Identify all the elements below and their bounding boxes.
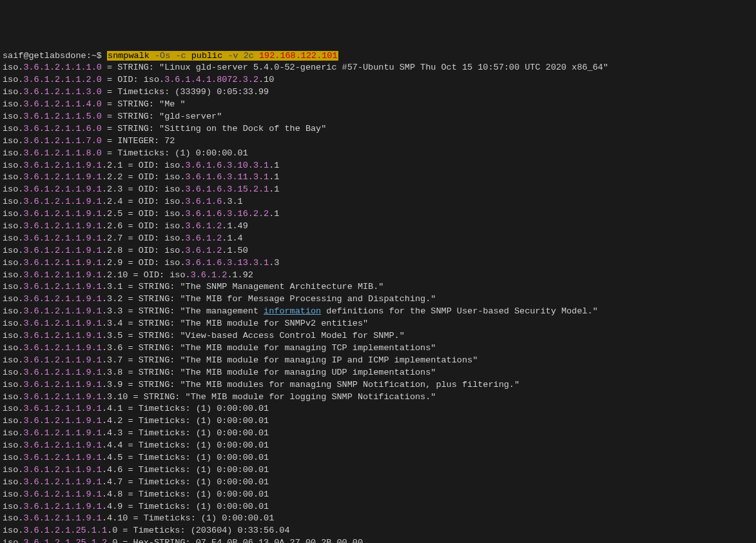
oid-segment: 3.6.1.4.1.8072.3.2 bbox=[164, 75, 258, 84]
output-line: iso.3.6.1.2.1.25.1.1.0 = Timeticks: (203… bbox=[3, 525, 753, 537]
output-line: iso.3.6.1.2.1.1.9.1.3.4 = STRING: "The M… bbox=[3, 318, 753, 330]
output-line: iso.3.6.1.2.1.1.9.1.4.9 = Timeticks: (1)… bbox=[3, 501, 753, 513]
output-line: iso.3.6.1.2.1.1.9.1.2.1 = OID: iso.3.6.1… bbox=[3, 160, 753, 172]
oid-segment: 3.6.1.2.1.1.4.0 bbox=[23, 99, 102, 109]
prompt-host: getlabsdone bbox=[29, 51, 86, 61]
oid-segment: 3.6.1.6.3.13.3.1 bbox=[186, 258, 269, 268]
output-line: iso.3.6.1.2.1.1.2.0 = OID: iso.3.6.1.4.1… bbox=[3, 74, 753, 86]
output-line: iso.3.6.1.2.1.1.9.1.2.9 = OID: iso.3.6.1… bbox=[3, 257, 753, 270]
oid-segment: 3.6.1.6.3.11.3.1 bbox=[186, 172, 269, 182]
command-community: public bbox=[191, 51, 223, 61]
output-line: iso.3.6.1.2.1.1.9.1.4.8 = Timeticks: (1)… bbox=[3, 489, 753, 501]
oid-segment: 3.6.1.2.1.1.9.1 bbox=[23, 477, 102, 487]
oid-segment: 3.6.1.2.1.1.9.1 bbox=[23, 465, 102, 475]
oid-segment: 3.6.1.2 bbox=[191, 270, 228, 280]
oid-segment: 3.6.1.2.1.25.1.1 bbox=[23, 526, 107, 535]
output-line: iso.3.6.1.2.1.1.9.1.2.7 = OID: iso.3.6.1… bbox=[3, 233, 753, 245]
output-line: iso.3.6.1.2.1.1.9.1.4.4 = Timeticks: (1)… bbox=[3, 440, 753, 452]
prompt-path: ~ bbox=[92, 51, 97, 61]
output-line: iso.3.6.1.2.1.1.9.1.4.2 = Timeticks: (1)… bbox=[3, 415, 753, 428]
oid-segment: 3.6.1.2.1.1.9.1 bbox=[23, 246, 102, 255]
oid-segment: 3.6.1.2.1.1.1.0 bbox=[23, 63, 102, 72]
oid-segment: 3.6.1.6.3.10.3.1 bbox=[186, 161, 269, 170]
oid-segment: 3.6.1.2.1.1.9.1 bbox=[23, 209, 102, 219]
oid-segment: 3.6.1.2.1.25.1.2 bbox=[23, 538, 107, 543]
output-line: iso.3.6.1.2.1.1.9.1.3.10 = STRING: "The … bbox=[3, 391, 753, 404]
oid-segment: 3.6.1.2.1.1.6.0 bbox=[23, 124, 102, 133]
oid-segment: 3.6.1.2.1.1.9.1 bbox=[23, 172, 102, 182]
output-line: iso.3.6.1.2.1.1.9.1.3.6 = STRING: "The M… bbox=[3, 342, 753, 355]
output-line: iso.3.6.1.2.1.1.9.1.2.2 = OID: iso.3.6.1… bbox=[3, 172, 753, 184]
prompt-line[interactable]: saif@getlabsdone:~$ snmpwalk -Os -c publ… bbox=[3, 50, 753, 63]
oid-segment: 3.6.1.2.1.1.9.1 bbox=[23, 197, 102, 206]
oid-segment: 3.6.1.2.1.1.7.0 bbox=[23, 136, 102, 146]
output-line: iso.3.6.1.2.1.1.1.0 = STRING: "Linux gld… bbox=[3, 62, 753, 74]
output-line: iso.3.6.1.2.1.25.1.2.0 = Hex-STRING: 07 … bbox=[3, 537, 753, 543]
oid-segment: 3.6.1.2.1.1.9.1 bbox=[23, 502, 102, 511]
output-line: iso.3.6.1.2.1.1.8.0 = Timeticks: (1) 0:0… bbox=[3, 148, 753, 160]
output-line: iso.3.6.1.2.1.1.7.0 = INTEGER: 72 bbox=[3, 135, 753, 148]
output-line: iso.3.6.1.2.1.1.9.1.2.5 = OID: iso.3.6.1… bbox=[3, 208, 753, 221]
output-line: iso.3.6.1.2.1.1.9.1.2.10 = OID: iso.3.6.… bbox=[3, 270, 753, 282]
output-line: iso.3.6.1.2.1.1.9.1.2.8 = OID: iso.3.6.1… bbox=[3, 245, 753, 257]
oid-segment: 3.6.1.2.1.1.9.1 bbox=[23, 294, 102, 304]
command-opts2: -v 2c bbox=[222, 51, 259, 61]
output-line: iso.3.6.1.2.1.1.3.0 = Timeticks: (33399)… bbox=[3, 86, 753, 99]
oid-segment: 3.6.1.2 bbox=[186, 233, 222, 243]
oid-segment: 3.6.1.2.1.1.9.1 bbox=[23, 355, 102, 365]
output-line: iso.3.6.1.2.1.1.9.1.4.3 = Timeticks: (1)… bbox=[3, 428, 753, 440]
output-line: iso.3.6.1.2.1.1.9.1.4.10 = Timeticks: (1… bbox=[3, 513, 753, 525]
oid-segment: 3.6.1.2.1.1.9.1 bbox=[23, 380, 102, 390]
oid-segment: 3.6.1.2.1.1.9.1 bbox=[23, 221, 102, 231]
output-line: iso.3.6.1.2.1.1.9.1.4.1 = Timeticks: (1)… bbox=[3, 403, 753, 415]
command-name: snmpwalk bbox=[108, 51, 150, 61]
oid-segment: 3.6.1.2.1.1.9.1 bbox=[23, 416, 102, 426]
oid-segment: 3.6.1.2 bbox=[186, 246, 222, 255]
oid-segment: 3.6.1.2.1.1.9.1 bbox=[23, 368, 102, 377]
prompt-user: saif bbox=[3, 51, 23, 61]
oid-segment: 3.6.1.2.1.1.9.1 bbox=[23, 392, 102, 402]
command-opts: -Os -c bbox=[150, 51, 191, 61]
output-line: iso.3.6.1.2.1.1.9.1.3.7 = STRING: "The M… bbox=[3, 355, 753, 367]
oid-segment: 3.6.1.2.1.1.9.1 bbox=[23, 428, 102, 438]
output-line: iso.3.6.1.2.1.1.9.1.4.5 = Timeticks: (1)… bbox=[3, 452, 753, 464]
output-line: iso.3.6.1.2.1.1.9.1.3.8 = STRING: "The M… bbox=[3, 367, 753, 379]
output-line: iso.3.6.1.2.1.1.9.1.2.4 = OID: iso.3.6.1… bbox=[3, 196, 753, 208]
output-line: iso.3.6.1.2.1.1.5.0 = STRING: "gld-serve… bbox=[3, 111, 753, 123]
output-line: iso.3.6.1.2.1.1.9.1.2.6 = OID: iso.3.6.1… bbox=[3, 221, 753, 233]
oid-segment: 3.6.1.2.1.1.9.1 bbox=[23, 161, 102, 170]
oid-segment: 3.6.1.2.1.1.5.0 bbox=[23, 112, 102, 121]
oid-segment: 3.6.1.2.1.1.9.1 bbox=[23, 343, 102, 353]
oid-segment: 3.6.1.2.1.1.9.1 bbox=[23, 440, 102, 450]
output-line: iso.3.6.1.2.1.1.9.1.3.2 = STRING: "The M… bbox=[3, 293, 753, 306]
oid-segment: 3.6.1.2.1.1.8.0 bbox=[23, 148, 102, 158]
oid-segment: 3.6.1.2.1.1.9.1 bbox=[23, 282, 102, 291]
oid-segment: 3.6.1.2.1.1.9.1 bbox=[23, 306, 102, 316]
oid-segment: 3.6.1.2.1.1.2.0 bbox=[23, 75, 102, 84]
command-highlighted: snmpwalk -Os -c public -v 2c 192.168.122… bbox=[107, 51, 338, 61]
oid-segment: 3.6.1.6.3.15.2.1 bbox=[186, 184, 269, 194]
oid-segment: 3.6.1.2.1.1.9.1 bbox=[23, 331, 102, 341]
output-line: iso.3.6.1.2.1.1.9.1.4.7 = Timeticks: (1)… bbox=[3, 477, 753, 489]
output-line: iso.3.6.1.2.1.1.9.1.3.3 = STRING: "The m… bbox=[3, 306, 753, 318]
oid-segment: 3.6.1.2 bbox=[186, 221, 222, 231]
link-text[interactable]: information bbox=[264, 306, 321, 316]
oid-segment: 3.6.1.2.1.1.9.1 bbox=[23, 233, 102, 243]
output-line: iso.3.6.1.2.1.1.9.1.2.3 = OID: iso.3.6.1… bbox=[3, 184, 753, 196]
oid-segment: 3.6.1.2.1.1.9.1 bbox=[23, 319, 102, 328]
oid-segment: 3.6.1.2.1.1.9.1 bbox=[23, 258, 102, 268]
output-line: iso.3.6.1.2.1.1.9.1.3.9 = STRING: "The M… bbox=[3, 379, 753, 391]
output-line: iso.3.6.1.2.1.1.6.0 = STRING: "Sitting o… bbox=[3, 123, 753, 135]
oid-segment: 3.6.1.2.1.1.9.1 bbox=[23, 453, 102, 462]
oid-segment: 3.6.1.6 bbox=[186, 197, 222, 206]
terminal-output[interactable]: saif@getlabsdone:~$ snmpwalk -Os -c publ… bbox=[3, 50, 753, 543]
command-ip: 192.168.122.101 bbox=[259, 51, 338, 61]
oid-segment: 3.6.1.6.3.16.2.2 bbox=[186, 209, 269, 219]
output-line: iso.3.6.1.2.1.1.9.1.3.1 = STRING: "The S… bbox=[3, 281, 753, 293]
output-line: iso.3.6.1.2.1.1.4.0 = STRING: "Me " bbox=[3, 99, 753, 111]
oid-segment: 3.6.1.2.1.1.9.1 bbox=[23, 513, 102, 523]
oid-segment: 3.6.1.2.1.1.9.1 bbox=[23, 489, 102, 499]
output-line: iso.3.6.1.2.1.1.9.1.4.6 = Timeticks: (1)… bbox=[3, 464, 753, 477]
oid-segment: 3.6.1.2.1.1.3.0 bbox=[23, 87, 102, 97]
oid-segment: 3.6.1.2.1.1.9.1 bbox=[23, 404, 102, 413]
